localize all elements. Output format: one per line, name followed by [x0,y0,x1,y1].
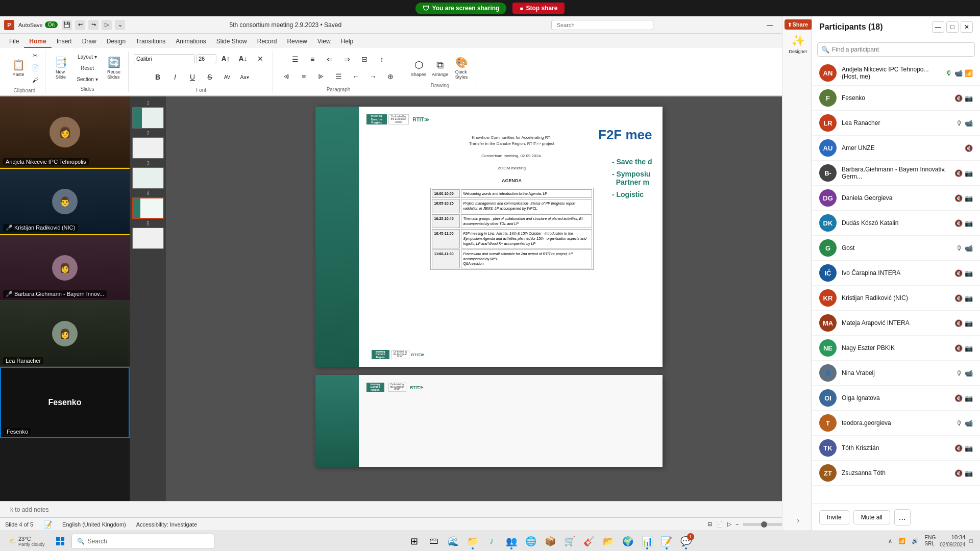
browser-alt-button[interactable]: 🌍 [619,532,637,550]
increase-indent-button[interactable]: ⇒ [339,51,355,67]
title-search-input[interactable] [551,20,653,30]
volume-icon[interactable]: 🔊 [910,537,921,545]
layout-button[interactable]: Layout ▾ [72,52,103,62]
app-guitar-button[interactable]: 🎸 [580,532,598,550]
align-center-button[interactable]: ≡ [296,68,312,85]
present-icon[interactable]: ▷ [102,20,112,30]
cut-button[interactable]: ✂ [30,50,41,61]
clear-format-button[interactable]: ✕ [252,51,268,67]
numbering-button[interactable]: ≡ [304,51,321,67]
notes-bar[interactable]: k to add notes [0,501,812,517]
col-button[interactable]: ⊟ [356,51,373,67]
undo-icon[interactable]: ↩ [75,20,85,30]
panel-close-button[interactable]: ✕ [961,21,973,33]
taskbar-search-box[interactable]: 🔍 Search [71,534,214,549]
teams-chat-button[interactable]: 💬 1 [677,532,695,550]
slide-thumb-3[interactable]: 3 [132,161,164,189]
stop-share-button[interactable]: Stop share [512,3,565,14]
more-tools-icon[interactable]: ⌄ [115,20,125,30]
font-family-input[interactable] [134,54,195,63]
tab-slideshow[interactable]: Slide Show [211,36,252,48]
zoom-out-button[interactable]: − [736,521,739,528]
reuse-slides-button[interactable]: 🔄 ReuseSlides [104,55,124,81]
arrange-button[interactable]: ⧉ Arrange [430,55,450,81]
chrome-button[interactable]: 🌐 [522,532,540,550]
designer-icon-btn[interactable]: ✨ Designer [786,32,811,56]
tab-design[interactable]: Design [102,36,131,48]
tab-animations[interactable]: Animations [170,36,211,48]
view-slideshow-icon[interactable]: ▷ [727,521,731,528]
panel-minimize-button[interactable]: — [932,21,944,33]
slide-thumb-1[interactable]: 1 [132,101,164,129]
shapes-button[interactable]: ⬡ Shapes [408,55,429,81]
spotify-button[interactable]: ♪ [483,532,501,550]
lang-btn[interactable]: ENGSRL [923,534,938,548]
tab-review[interactable]: Review [282,36,312,48]
invite-button[interactable]: Invite [819,510,849,524]
copy-button[interactable]: 📄 [30,62,41,73]
rtl-button[interactable]: ← [348,68,364,85]
text-dir-button[interactable]: ⊕ [382,68,399,85]
tab-record[interactable]: Record [252,36,282,48]
bold-button[interactable]: B [150,69,166,85]
align-left-button[interactable]: ⫷ [278,68,295,85]
widgets-button[interactable]: 🗃 [425,532,443,550]
search-participant-input[interactable] [817,42,975,57]
slide-thumb-5[interactable]: 5 [132,221,164,249]
spacing-button[interactable]: AV [219,69,235,85]
show-desktop-button[interactable]: □ [967,537,975,545]
save-icon[interactable]: 💾 [62,20,72,30]
new-slide-button[interactable]: 📑 NewSlide [51,55,71,81]
explorer-button[interactable]: 📁 [463,532,482,550]
decrease-indent-button[interactable]: ⇐ [322,51,338,67]
files-button[interactable]: 📂 [599,532,618,550]
rtl2-button[interactable]: → [365,68,381,85]
line-spacing-button[interactable]: ↕ [374,51,390,67]
clock-widget[interactable]: 10:34 02/09/2024 [940,534,965,548]
decrease-font-button[interactable]: A↓ [235,51,251,67]
underline-button[interactable]: U [184,69,201,85]
tab-file[interactable]: File [4,36,24,48]
network-icon[interactable]: 📶 [896,537,908,545]
tab-view[interactable]: View [312,36,336,48]
align-justify-button[interactable]: ☰ [330,68,347,85]
minimize-button[interactable]: — [763,19,777,31]
share-button[interactable]: ⬆ Share [785,19,812,30]
edge-button[interactable]: 🌊 [444,532,462,550]
slide-edit-area[interactable]: InterregDanube Region Co-funded bythe Eu… [166,96,812,501]
italic-button[interactable]: I [167,69,183,85]
paste-button[interactable]: 📋 Paste [8,55,29,81]
teams-button[interactable]: 👥 [502,532,521,550]
font-size-input[interactable] [196,54,216,63]
format-painter-button[interactable]: 🖌 [30,74,41,86]
mute-all-button[interactable]: Mute all [853,510,890,524]
increase-font-button[interactable]: A↑ [217,51,234,67]
start-button[interactable] [51,532,69,550]
tab-transitions[interactable]: Transitions [131,36,170,48]
collapse-panel-button[interactable]: › [794,513,802,528]
amazon-button[interactable]: 🛒 [560,532,579,550]
slide-thumb-2[interactable]: 2 [132,131,164,159]
tab-help[interactable]: Help [336,36,359,48]
reset-button[interactable]: Reset [72,63,103,73]
more-options-button[interactable]: ... [894,509,911,525]
word-button[interactable]: 📝 [657,532,676,550]
dropbox-button[interactable]: 📦 [541,532,559,550]
tab-home[interactable]: Home [24,36,51,48]
quick-styles-button[interactable]: 🎨 QuickStyles [451,55,472,81]
tab-draw[interactable]: Draw [77,36,102,48]
view-reading-icon[interactable]: 📄 [716,521,723,528]
section-button[interactable]: Section ▾ [72,74,103,84]
autosave-toggle[interactable]: On [45,21,58,28]
redo-icon[interactable]: ↪ [88,20,99,30]
hidden-icons-button[interactable]: ∧ [886,537,894,545]
spell-check-icon[interactable]: 📝 [43,520,52,529]
strikethrough-button[interactable]: S [202,69,218,85]
bullets-button[interactable]: ☰ [287,51,303,67]
slide-thumb-4[interactable]: 4 [132,191,164,219]
change-case-button[interactable]: Aa▾ [236,69,253,85]
zoom-slider[interactable] [743,523,784,526]
align-right-button[interactable]: ⫸ [313,68,329,85]
view-normal-icon[interactable]: ⊟ [707,521,712,528]
panel-maximize-button[interactable]: □ [946,21,959,33]
